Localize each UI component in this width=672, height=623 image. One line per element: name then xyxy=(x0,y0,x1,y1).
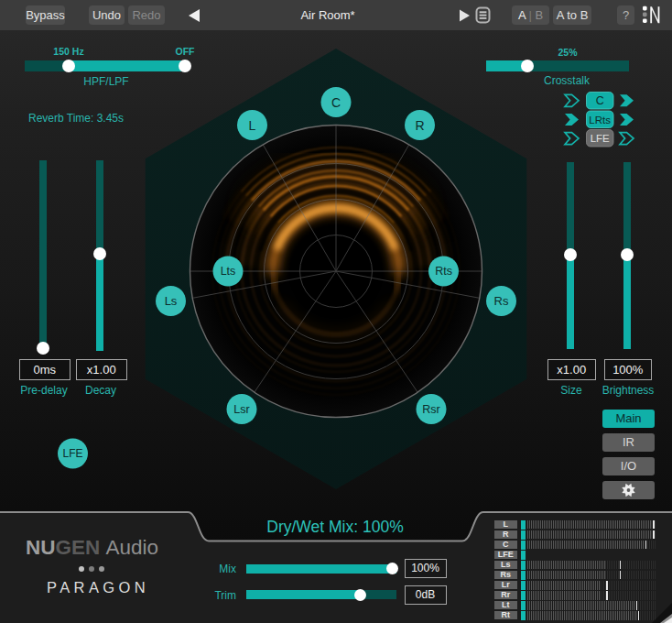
svg-text:Ls: Ls xyxy=(165,294,178,308)
svg-text:Lts: Lts xyxy=(221,265,236,278)
svg-text:Rsr: Rsr xyxy=(422,403,439,416)
svg-text:C: C xyxy=(331,95,341,110)
svg-text:Lsr: Lsr xyxy=(233,403,249,416)
svg-text:L: L xyxy=(249,118,256,133)
svg-text:Rs: Rs xyxy=(494,294,509,308)
svg-text:LFE: LFE xyxy=(591,133,610,144)
svg-text:C: C xyxy=(596,94,604,107)
svg-text:LRts: LRts xyxy=(589,115,611,126)
svg-text:LFE: LFE xyxy=(62,447,82,460)
svg-text:R: R xyxy=(415,118,424,133)
svg-text:Rts: Rts xyxy=(435,265,452,278)
